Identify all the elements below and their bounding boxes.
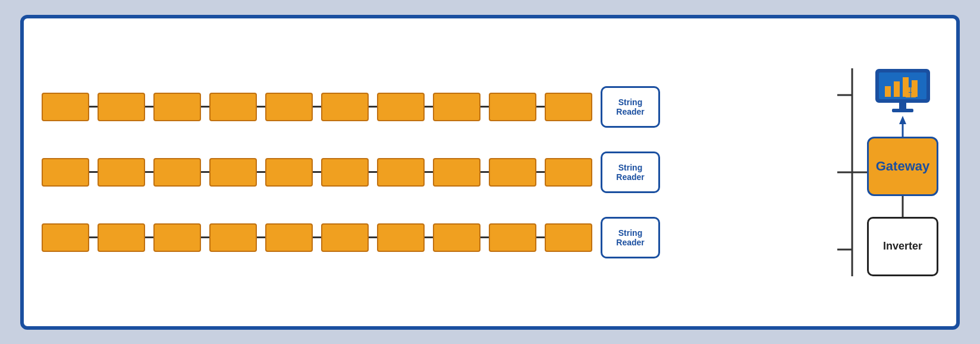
- solar-panel: [153, 93, 201, 121]
- vertical-bus-svg: [837, 45, 867, 300]
- connector: [89, 171, 98, 173]
- solar-panel: [321, 93, 369, 121]
- solar-panel: [489, 158, 536, 187]
- solar-panel: [545, 158, 592, 187]
- solar-panel: [98, 223, 145, 252]
- solar-panel: [209, 93, 257, 121]
- solar-panel: [265, 158, 313, 187]
- solar-panel: [433, 223, 480, 252]
- svg-rect-11: [906, 87, 910, 92]
- gateway-inverter-connector: [897, 196, 909, 217]
- solar-panel: [42, 93, 89, 121]
- gateway-column: Gateway Inverter: [867, 68, 938, 276]
- solar-panel: [265, 93, 313, 121]
- connector: [145, 171, 153, 173]
- main-diagram-container: String Reader String Reader: [20, 15, 960, 330]
- solar-panel: [265, 223, 313, 252]
- connector: [425, 106, 433, 108]
- svg-rect-15: [899, 102, 906, 109]
- connector: [369, 236, 377, 238]
- solar-panel: [42, 158, 89, 187]
- panel-row-3: String Reader: [42, 217, 837, 258]
- svg-rect-14: [911, 93, 916, 97]
- connector: [536, 106, 545, 108]
- connector: [145, 106, 153, 108]
- connector: [257, 106, 265, 108]
- connector: [313, 236, 321, 238]
- solar-panel: [98, 158, 145, 187]
- connector: [480, 236, 489, 238]
- solar-panel: [209, 223, 257, 252]
- solar-panel: [321, 223, 369, 252]
- connector: [201, 106, 209, 108]
- solar-panel: [377, 223, 425, 252]
- arrow-up-connector: [897, 116, 909, 137]
- solar-panel: [377, 158, 425, 187]
- connector: [313, 171, 321, 173]
- svg-rect-13: [906, 93, 910, 97]
- connector: [369, 171, 377, 173]
- string-reader-2: String Reader: [601, 152, 660, 193]
- inverter-box: Inverter: [867, 217, 938, 276]
- connector: [201, 236, 209, 238]
- solar-panel: [433, 158, 480, 187]
- svg-marker-18: [899, 116, 906, 124]
- svg-rect-16: [892, 109, 913, 112]
- connector: [89, 106, 98, 108]
- gateway-box: Gateway: [867, 137, 938, 196]
- connector: [425, 236, 433, 238]
- svg-rect-7: [885, 86, 891, 97]
- solar-panel: [321, 158, 369, 187]
- inverter-label: Inverter: [883, 240, 922, 253]
- solar-panel: [209, 158, 257, 187]
- connector: [257, 171, 265, 173]
- solar-panel: [42, 223, 89, 252]
- solar-panel: [377, 93, 425, 121]
- solar-panel: [153, 223, 201, 252]
- string-reader-1: String Reader: [601, 86, 660, 128]
- solar-panel: [545, 93, 592, 121]
- connector: [480, 106, 489, 108]
- string-reader-3: String Reader: [601, 217, 660, 258]
- solar-panel: [98, 93, 145, 121]
- panel-row-1: String Reader: [42, 86, 837, 128]
- connector: [145, 236, 153, 238]
- connector: [313, 106, 321, 108]
- solar-panel-area: String Reader String Reader: [42, 86, 837, 258]
- connector: [201, 171, 209, 173]
- connector: [257, 236, 265, 238]
- solar-panel: [489, 223, 536, 252]
- solar-panel: [489, 93, 536, 121]
- gateway-label: Gateway: [876, 159, 930, 174]
- solar-panel: [433, 93, 480, 121]
- solar-panel: [545, 223, 592, 252]
- solar-panel: [153, 158, 201, 187]
- connector: [369, 106, 377, 108]
- connector: [536, 236, 545, 238]
- panel-row-2: String Reader: [42, 152, 837, 193]
- monitor-icon: [873, 68, 932, 116]
- connector: [536, 171, 545, 173]
- connector: [425, 171, 433, 173]
- svg-rect-12: [911, 87, 916, 92]
- connector: [89, 236, 98, 238]
- connector: [480, 171, 489, 173]
- svg-rect-8: [894, 81, 900, 97]
